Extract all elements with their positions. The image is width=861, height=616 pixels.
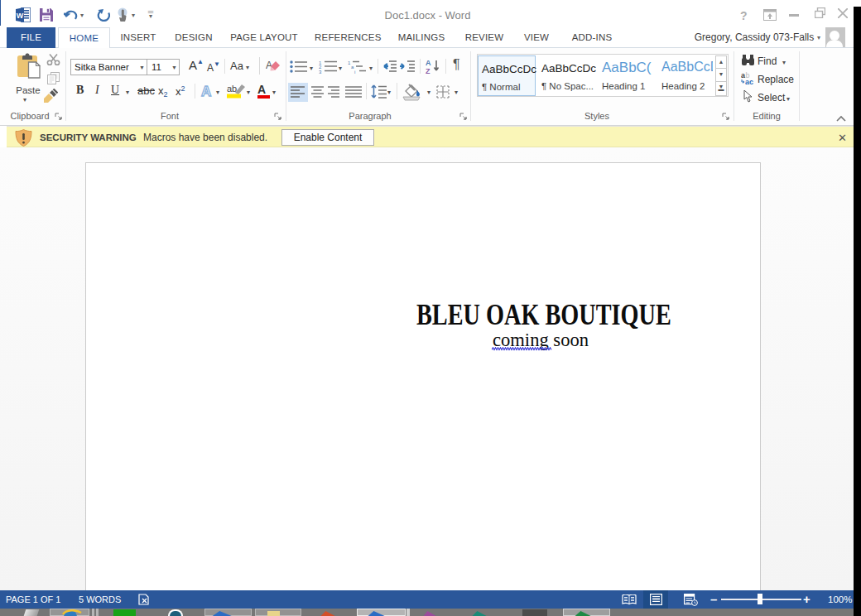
- svg-text:W: W: [17, 12, 24, 20]
- svg-text:i: i: [354, 70, 355, 75]
- svg-text:A: A: [201, 84, 211, 99]
- svg-text:Z: Z: [426, 67, 430, 75]
- svg-text:ac: ac: [745, 78, 753, 85]
- svg-text:A: A: [426, 59, 431, 67]
- svg-text:ab: ab: [227, 84, 237, 94]
- svg-text:3: 3: [319, 70, 322, 75]
